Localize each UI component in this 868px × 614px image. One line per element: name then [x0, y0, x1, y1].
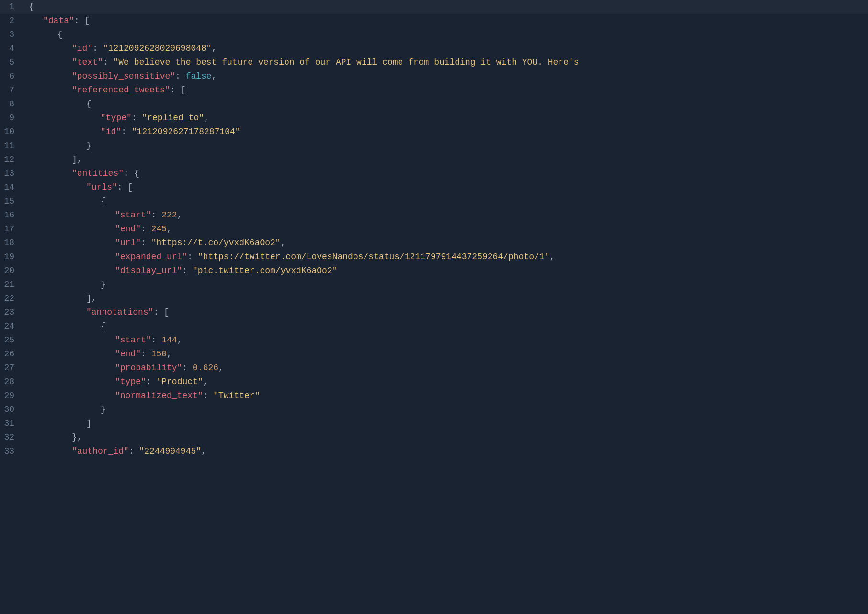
punctuation-token: :: [132, 113, 142, 123]
punctuation-token: :: [146, 377, 157, 387]
code-line: 11}: [0, 139, 868, 153]
key-token: "urls": [86, 182, 117, 192]
code-line: 32},: [0, 431, 868, 444]
line-content: {: [24, 0, 34, 14]
line-content: "type": "Product",: [24, 375, 208, 389]
line-content: "start": 222,: [24, 208, 182, 222]
string-value-token: "replied_to": [142, 113, 204, 123]
code-line: 29"normalized_text": "Twitter": [0, 389, 868, 403]
code-line: 1{: [0, 0, 868, 14]
line-number: 23: [0, 306, 24, 319]
code-line: 24{: [0, 319, 868, 333]
line-number: 5: [0, 56, 24, 69]
line-content: "data": [: [24, 14, 90, 28]
punctuation-token: }: [101, 280, 106, 289]
line-content: "url": "https://t.co/yvxdK6aOo2",: [24, 236, 286, 250]
line-content: },: [24, 431, 82, 444]
key-token: "possibly_sensitive": [72, 71, 175, 81]
punctuation-token: :: [175, 71, 186, 81]
line-number: 27: [0, 361, 24, 375]
key-token: "id": [101, 127, 121, 136]
key-token: "entities": [72, 169, 124, 178]
punctuation-token: {: [29, 2, 34, 11]
key-token: "probability": [115, 363, 182, 373]
line-content: }: [24, 139, 91, 153]
line-number: 25: [0, 333, 24, 347]
string-value-token: "1212092628029698048": [103, 44, 212, 53]
line-content: }: [24, 278, 106, 292]
code-line: 2"data": [: [0, 14, 868, 28]
line-content: "id": "1212092628029698048",: [24, 42, 217, 56]
punctuation-token: ],: [86, 294, 97, 303]
code-line: 16"start": 222,: [0, 208, 868, 222]
number-value-token: 150: [151, 349, 167, 359]
line-number: 16: [0, 208, 24, 222]
key-token: "annotations": [86, 307, 153, 317]
punctuation-token: ],: [72, 155, 82, 164]
punctuation-token: {: [101, 321, 106, 331]
line-content: {: [24, 319, 106, 333]
line-content: "end": 245,: [24, 222, 172, 236]
punctuation-token: : [: [170, 85, 185, 95]
code-line: 25"start": 144,: [0, 333, 868, 347]
code-line: 7"referenced_tweets": [: [0, 83, 868, 97]
line-number: 7: [0, 83, 24, 97]
key-token: "start": [115, 210, 151, 220]
punctuation-token: }: [86, 141, 91, 150]
number-value-token: 245: [151, 224, 167, 234]
line-number: 11: [0, 139, 24, 153]
string-value-token: "pic.twitter.com/yvxdK6aOo2": [193, 266, 337, 275]
punctuation-token: :: [151, 210, 162, 220]
line-number: 14: [0, 181, 24, 194]
line-number: 24: [0, 319, 24, 333]
punctuation-token: :: [141, 349, 151, 359]
line-content: ],: [24, 292, 97, 306]
punctuation-token: :: [182, 266, 193, 275]
code-line: 8{: [0, 97, 868, 111]
punctuation-token: ,: [201, 446, 206, 456]
punctuation-token: {: [57, 30, 63, 39]
punctuation-token: ,: [204, 113, 209, 123]
line-content: "urls": [: [24, 181, 133, 194]
line-content: "expanded_url": "https://twitter.com/Lov…: [24, 250, 555, 264]
key-token: "end": [115, 224, 141, 234]
code-line: 19"expanded_url": "https://twitter.com/L…: [0, 250, 868, 264]
code-line: 12],: [0, 153, 868, 167]
line-number: 28: [0, 375, 24, 389]
line-number: 12: [0, 153, 24, 167]
number-value-token: 222: [161, 210, 177, 220]
string-value-token: "1212092627178287104": [132, 127, 240, 136]
key-token: "data": [43, 16, 74, 25]
code-editor: 1{2"data": [3{4"id": "121209262802969804…: [0, 0, 868, 614]
line-number: 1: [0, 0, 24, 14]
line-content: "probability": 0.626,: [24, 361, 224, 375]
punctuation-token: ,: [177, 210, 183, 220]
punctuation-token: {: [86, 99, 91, 109]
line-number: 15: [0, 194, 24, 208]
code-line: 15{: [0, 194, 868, 208]
string-value-token: "https://t.co/yvxdK6aOo2": [151, 238, 281, 248]
string-value-token: "Product": [156, 377, 203, 387]
punctuation-token: :: [141, 224, 151, 234]
code-line: 5"text": "We believe the best future ver…: [0, 56, 868, 69]
punctuation-token: ,: [212, 71, 217, 81]
punctuation-token: :: [203, 391, 214, 400]
code-line: 33"author_id": "2244994945",: [0, 444, 868, 458]
punctuation-token: : [: [74, 16, 90, 25]
line-content: "normalized_text": "Twitter": [24, 389, 260, 403]
line-number: 22: [0, 292, 24, 306]
punctuation-token: ,: [167, 224, 172, 234]
line-number: 9: [0, 111, 24, 125]
key-token: "display_url": [115, 266, 182, 275]
punctuation-token: : [: [117, 182, 133, 192]
code-line: 20"display_url": "pic.twitter.com/yvxdK6…: [0, 264, 868, 278]
code-line: 14"urls": [: [0, 181, 868, 194]
line-content: "end": 150,: [24, 347, 172, 361]
line-content: "type": "replied_to",: [24, 111, 209, 125]
line-content: {: [24, 28, 63, 42]
line-content: ],: [24, 153, 82, 167]
punctuation-token: :: [141, 238, 151, 248]
line-content: ]: [24, 417, 91, 431]
punctuation-token: ,: [549, 252, 555, 262]
line-content: {: [24, 194, 106, 208]
